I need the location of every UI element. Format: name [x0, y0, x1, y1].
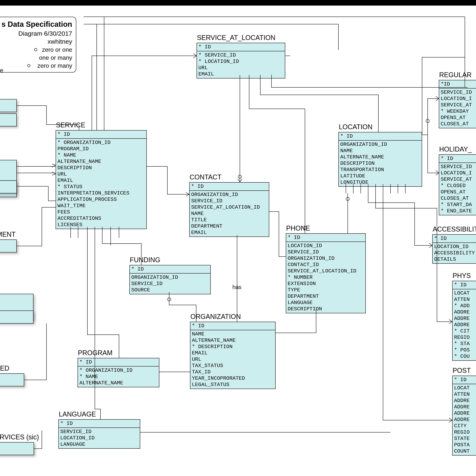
left-fragment-box-8 [0, 373, 24, 386]
field-list: ORGANIZATION_IDNAMEALTERNATE_NAMEDESCRIP… [339, 141, 422, 186]
svg-point-49 [168, 298, 171, 301]
entity-program: PROGRAM * ID * ORGANIZATION_ID* NAMEALTE… [78, 358, 159, 387]
svg-line-29 [52, 172, 56, 174]
svg-line-30 [52, 174, 56, 175]
glyph-zero-or-many [18, 62, 37, 69]
svg-line-12 [31, 64, 34, 66]
left-fragment-cument: CUMENT [0, 231, 16, 238]
entity-service-at-location: SERVICE_AT_LOCATION * ID * SERVICE_ID* L… [197, 43, 285, 78]
svg-line-40 [436, 173, 439, 175]
title-line-1: s Data Specification [0, 20, 72, 28]
entity-postal-address: POST * ID LOCATATTENADDREADDREADDREADDRE… [452, 375, 476, 456]
top-black-bar [0, 0, 476, 6]
entity-title: PHONE [286, 224, 310, 232]
entity-service: SERVICE * ID * ORGANIZATION_IDPROGRAM_ID… [56, 130, 147, 229]
left-fragment-services: _SERVICES (sic) [0, 433, 39, 441]
entity-accessibility: ACCESSIBILITY_ * ID LOCATION_IDACCESSIBI… [432, 234, 476, 264]
entity-title: LOCATION [339, 123, 373, 131]
svg-point-51 [426, 119, 429, 122]
entity-title: LANGUAGE [59, 410, 96, 418]
entity-title: SERVICE_AT_LOCATION [197, 34, 275, 42]
svg-line-35 [238, 179, 240, 182]
svg-point-50 [346, 197, 349, 201]
entity-funding: FUNDING * ID ORGANIZATION_IDSERVICE_IDSO… [129, 265, 211, 294]
entity-title: FUNDING [130, 256, 160, 264]
entity-title: CONTACT [190, 173, 221, 181]
glyph-zero-or-one [23, 46, 42, 53]
svg-line-36 [240, 179, 242, 182]
entity-title: POST [453, 367, 471, 374]
svg-line-43 [449, 320, 452, 322]
svg-line-6 [32, 56, 36, 58]
entity-language: LANGUAGE * ID SERVICE_IDLOCATION_IDLANGU… [58, 419, 140, 449]
legend-partial-e: e [0, 67, 3, 74]
field-list: * ORGANIZATION_ID* NAMEALTERNATE_NAME [78, 366, 159, 387]
svg-line-31 [186, 192, 189, 194]
entity-organization: ORGANIZATION * ID NAMEALTERNATE_NAME* DE… [190, 322, 275, 389]
field-list: SERVICE_IDLOCATION_IDLANGUAGE [59, 428, 140, 448]
left-fragment-box-1 [0, 99, 17, 112]
svg-point-47 [238, 175, 241, 178]
glyph-one-or-many [20, 54, 39, 61]
diagram-canvas: s Data Specification Diagram 6/30/2017 x… [0, 6, 476, 476]
svg-line-34 [193, 56, 197, 58]
field-list: NAMEALTERNATE_NAME* DESCRIPTIONEMAILURLT… [190, 330, 275, 389]
field-list: LOCATATTEN* ADDADDREADDREADDRE* CITREGIO… [453, 289, 476, 360]
field-list: * SERVICE_ID* LOCATION_IDURLEMAIL [197, 51, 285, 78]
field-list: * ORGANIZATION_IDPROGRAM_ID* NAMEALTERNA… [56, 139, 146, 229]
svg-line-38 [436, 99, 439, 101]
svg-line-32 [186, 194, 189, 196]
entity-contact: CONTACT * ID ORGANIZATION_IDSERVICE_IDSE… [189, 182, 269, 237]
entity-title: SERVICE [56, 121, 85, 129]
entity-location: LOCATION * ID ORGANIZATION_IDNAMEALTERNA… [339, 132, 422, 187]
rel-label-has: has [232, 284, 241, 290]
svg-line-33 [193, 53, 197, 56]
field-list: SERVICE_IDLOCATION_ISERVICE_AT* WEEKDAYO… [439, 88, 476, 128]
left-fragment-box-7 [0, 310, 34, 323]
left-fragment-epted: EPTED [0, 364, 9, 372]
svg-line-41 [429, 243, 432, 245]
entity-physical-address: PHYS * ID LOCATATTEN* ADDADDREADDREADDRE… [452, 281, 476, 361]
diagram-title-legend: s Data Specification Diagram 6/30/2017 x… [0, 17, 76, 72]
legend-zero-or-one: zero or one [0, 46, 72, 53]
svg-line-46 [449, 420, 452, 423]
svg-line-14 [31, 66, 34, 67]
svg-line-44 [449, 322, 452, 324]
svg-line-27 [52, 164, 56, 165]
svg-line-37 [436, 96, 439, 99]
field-list: ORGANIZATION_IDSERVICE_IDSERVICE_AT_LOCA… [190, 191, 269, 237]
left-fragment-box-9 [0, 442, 34, 455]
entity-title: REGULAR [439, 71, 472, 79]
entity-title: PHYS [453, 272, 471, 280]
svg-line-45 [449, 418, 452, 420]
entity-holiday-schedule: HOLIDAY_ * ID SERVICE_IDLOCATION_ISERVIC… [439, 154, 476, 215]
entity-title: PROGRAM [78, 349, 113, 357]
legend-one-or-many: one or many [0, 54, 72, 61]
svg-point-10 [28, 64, 30, 67]
entity-title: ORGANIZATION [190, 313, 241, 321]
field-list: ORGANIZATION_IDSERVICE_IDSOURCE [130, 273, 210, 294]
svg-line-28 [52, 165, 56, 167]
field-list: LOCATION_IDSERVICE_IDORGANIZATION_IDCONT… [286, 242, 365, 313]
field-list: LOCATATTENADDREADDREADDREADDRECITYREGIOS… [453, 384, 476, 455]
legend-zero-or-many: zero or many [0, 62, 72, 69]
svg-line-39 [436, 171, 439, 173]
svg-point-2 [34, 48, 37, 51]
title-line-2: Diagram 6/30/2017 [0, 30, 72, 37]
svg-line-42 [429, 245, 432, 248]
field-list: SERVICE_IDLOCATION_ISERVICE_AT* CLOSEDOP… [439, 163, 476, 215]
field-list: LOCATION_IDACCESSIBILITYDETAILS [433, 243, 476, 263]
entity-phone: PHONE * ID LOCATION_IDSERVICE_IDORGANIZA… [286, 233, 366, 313]
title-line-3: xwhitney [0, 38, 72, 45]
entity-title: HOLIDAY_ [439, 145, 472, 153]
svg-line-8 [32, 58, 36, 59]
left-fragment-box-4 [0, 180, 17, 193]
left-fragment-box-5 [0, 239, 17, 253]
left-fragment-box-2 [0, 113, 17, 126]
entity-title: ACCESSIBILITY_ [433, 225, 476, 233]
entity-regular-schedule: REGULAR *ID SERVICE_IDLOCATION_ISERVICE_… [439, 80, 476, 128]
